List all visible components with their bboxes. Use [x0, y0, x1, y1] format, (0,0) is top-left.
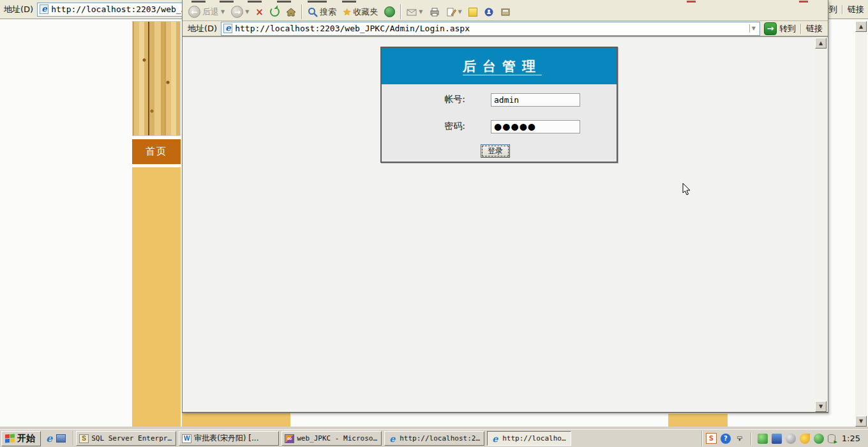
sidebar-item-home[interactable]: 首页 — [132, 138, 181, 165]
scroll-down-icon[interactable]: ▼ — [855, 416, 867, 427]
keyboard-layout-icon[interactable]: ▭▾ — [735, 434, 745, 444]
bg-address-box[interactable] — [37, 3, 189, 17]
tool-icon — [500, 7, 511, 17]
address-bar: 地址(D) ▼ → 转到 链接 — [183, 21, 828, 36]
stop-icon: × — [255, 6, 264, 18]
page-footer-strip — [182, 413, 290, 427]
login-header: 后台管理 — [382, 48, 617, 84]
divider — [301, 4, 303, 19]
browser-toolbar: ← 后退 ▼ → ▼ × 搜索 ★ 收藏夹 — [183, 3, 828, 21]
start-button[interactable]: 开始 — [1, 431, 41, 446]
page-title: 后台管理 — [456, 57, 542, 75]
ie-icon: e — [387, 434, 397, 443]
system-tray: S ? ▭▾ 1:25 — [701, 431, 867, 446]
antivirus-icon[interactable] — [814, 434, 824, 444]
forward-icon: → — [231, 6, 243, 18]
clipped-menu-bar — [183, 0, 828, 3]
address-box[interactable]: ▼ — [221, 22, 760, 36]
chevron-down-icon[interactable]: ▼ — [458, 9, 462, 15]
research-button[interactable] — [497, 5, 514, 19]
divider — [842, 5, 843, 14]
task-label: 审批表(宋丹阳) [... — [194, 433, 258, 444]
refresh-icon — [270, 7, 280, 17]
scroll-down-icon[interactable]: ▼ — [815, 401, 827, 412]
forward-button[interactable]: → ▼ — [228, 4, 252, 20]
bg-address-input[interactable] — [51, 4, 186, 14]
back-icon: ← — [188, 6, 200, 18]
mail-icon — [407, 7, 417, 17]
go-button[interactable]: 转到 — [779, 23, 796, 34]
sql-server-icon: S — [79, 434, 89, 443]
chevron-down-icon[interactable]: ▼ — [245, 9, 249, 15]
task-label: SQL Server Enterpri... — [91, 434, 173, 443]
network-icon[interactable] — [772, 434, 782, 444]
login-panel: 后台管理 帐号: 密码: 登录 — [380, 47, 618, 163]
refresh-button[interactable] — [267, 5, 283, 19]
star-icon: ★ — [343, 6, 351, 18]
messenger-button[interactable] — [481, 5, 497, 19]
taskbar-item-visual-studio[interactable]: ∞ web_JPKC - Microsof... — [281, 431, 382, 446]
password-field[interactable] — [491, 120, 580, 133]
chevron-down-icon[interactable]: ▼ — [419, 9, 423, 15]
edit-icon — [446, 7, 456, 17]
discuss-button[interactable] — [465, 6, 481, 19]
ie-quicklaunch-icon[interactable]: e — [46, 432, 52, 444]
mail-button[interactable]: ▼ — [403, 5, 426, 19]
back-button[interactable]: ← 后退 ▼ — [185, 4, 228, 20]
scroll-up-icon[interactable]: ▲ — [855, 21, 867, 32]
scroll-up-icon[interactable]: ▲ — [815, 38, 827, 49]
print-button[interactable] — [426, 5, 443, 19]
status-green-icon[interactable] — [758, 434, 768, 444]
home-button[interactable] — [283, 5, 299, 19]
ie-page-icon — [40, 4, 49, 14]
page-footer-strip — [668, 414, 728, 427]
mouse-cursor — [682, 183, 691, 196]
bg-links-menu[interactable]: 链接 — [848, 4, 864, 15]
task-label: http://localhost:22... — [502, 434, 568, 443]
account-field[interactable] — [491, 93, 580, 107]
taskbar: 开始 e S SQL Server Enterpri... W 审批表(宋丹阳)… — [0, 429, 868, 447]
notes-icon — [468, 8, 477, 17]
account-label: 帐号: — [444, 94, 465, 105]
favorites-button[interactable]: ★ 收藏夹 — [340, 4, 381, 20]
go-icon[interactable]: → — [764, 22, 777, 35]
quick-launch: e — [41, 432, 71, 444]
wood-texture-image — [132, 21, 181, 136]
history-button[interactable] — [381, 4, 398, 19]
bg-vertical-scrollbar[interactable]: ▲ ▼ — [855, 21, 867, 427]
page-vertical-scrollbar[interactable]: ▲ ▼ — [815, 38, 827, 412]
divider — [751, 432, 752, 445]
print-icon — [430, 7, 440, 17]
visual-studio-icon: ∞ — [285, 434, 294, 443]
taskbar-item-word-doc[interactable]: W 审批表(宋丹阳) [... — [179, 431, 279, 446]
clock: 1:25 — [839, 434, 863, 443]
address-label: 地址(D) — [188, 23, 217, 34]
input-method-s-icon[interactable]: S — [706, 433, 717, 444]
task-label: http://localhost:22... — [400, 434, 481, 443]
password-label: 密码: — [444, 121, 465, 132]
address-dropdown-icon[interactable]: ▼ — [749, 24, 758, 33]
login-browser-window: ← 后退 ▼ → ▼ × 搜索 ★ 收藏夹 — [182, 0, 828, 413]
edit-button[interactable]: ▼ — [443, 5, 465, 19]
chevron-down-icon[interactable]: ▼ — [221, 9, 225, 15]
ie-icon: e — [490, 434, 500, 443]
desktop: 地址(D) 转到 链接 首页 ▲ ▼ — [0, 0, 868, 447]
yellow-status-icon[interactable] — [800, 434, 810, 444]
stop-button[interactable]: × — [252, 4, 267, 20]
search-button[interactable]: 搜索 — [304, 4, 340, 20]
search-icon — [308, 7, 318, 17]
messenger-icon — [484, 7, 494, 17]
taskbar-item-browser-2[interactable]: e http://localhost:22... — [487, 431, 571, 446]
divider — [73, 431, 74, 446]
taskbar-item-browser-1[interactable]: e http://localhost:22... — [384, 431, 484, 446]
sql-database-tray-icon[interactable] — [828, 434, 835, 443]
favorites-label: 收藏夹 — [353, 6, 378, 18]
taskbar-item-sql-server[interactable]: S SQL Server Enterpri... — [76, 431, 176, 446]
links-menu[interactable]: 链接 — [806, 23, 823, 34]
show-desktop-icon[interactable] — [56, 434, 66, 443]
address-input[interactable] — [235, 24, 749, 33]
login-button[interactable]: 登录 — [481, 144, 510, 158]
globe-icon[interactable] — [786, 434, 796, 444]
bg-address-label: 地址(D) — [4, 4, 33, 15]
help-icon[interactable]: ? — [721, 434, 731, 444]
